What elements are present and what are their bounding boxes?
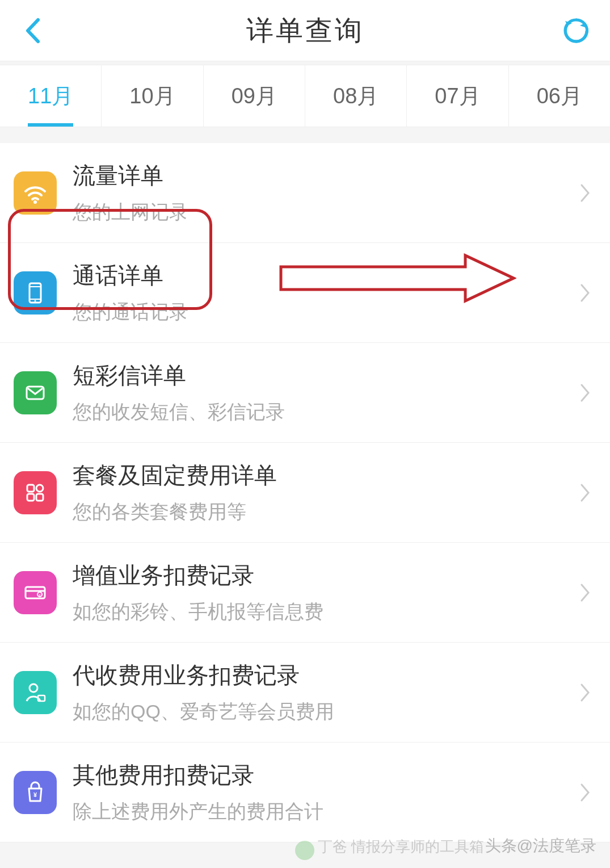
svg-point-15 xyxy=(30,684,37,692)
svg-rect-9 xyxy=(27,494,34,501)
item-content: 增值业务扣费记录 如您的彩铃、手机报等信息费 xyxy=(73,560,574,625)
refresh-button[interactable] xyxy=(560,15,592,47)
item-subtitle: 您的上网记录 xyxy=(73,199,574,225)
item-package-fees[interactable]: 套餐及固定费用详单 您的各类套餐费用等 xyxy=(0,443,610,543)
bag-icon: ¥ xyxy=(14,771,57,814)
item-subtitle: 如您的QQ、爱奇艺等会员费用 xyxy=(73,699,574,725)
back-button[interactable] xyxy=(18,16,47,45)
svg-rect-7 xyxy=(27,485,34,492)
item-title: 其他费用扣费记录 xyxy=(73,760,574,791)
svg-text:¥: ¥ xyxy=(33,791,37,798)
mail-icon xyxy=(14,371,57,414)
month-tabs: 11月 10月 09月 08月 07月 06月 xyxy=(0,65,610,127)
grid-icon xyxy=(14,471,57,514)
item-call-records[interactable]: 通话详单 您的通话记录 xyxy=(0,243,610,343)
item-subtitle: 您的收发短信、彩信记录 xyxy=(73,399,574,425)
chevron-right-icon xyxy=(574,775,596,810)
tab-month-10[interactable]: 10月 xyxy=(102,65,203,127)
chevron-right-icon xyxy=(574,576,596,610)
svg-rect-10 xyxy=(36,494,43,501)
tab-month-06[interactable]: 06月 xyxy=(509,65,610,127)
wifi-icon xyxy=(14,171,57,215)
item-content: 套餐及固定费用详单 您的各类套餐费用等 xyxy=(73,460,574,525)
chevron-right-icon xyxy=(574,176,596,210)
phone-icon xyxy=(14,271,57,315)
refresh-icon xyxy=(562,16,590,45)
item-data-usage[interactable]: 流量详单 您的上网记录 xyxy=(0,143,610,243)
user-icon xyxy=(14,671,57,714)
tab-month-07[interactable]: 07月 xyxy=(407,65,508,127)
item-content: 其他费用扣费记录 除上述费用外产生的费用合计 xyxy=(73,760,574,825)
item-content: 通话详单 您的通话记录 xyxy=(73,260,574,325)
chevron-right-icon xyxy=(574,376,596,410)
chevron-right-icon xyxy=(574,676,596,710)
wechat-watermark-icon xyxy=(295,841,314,860)
tab-month-11[interactable]: 11月 xyxy=(0,65,102,127)
watermark-text: 丁爸 情报分享师的工具箱 xyxy=(318,837,484,857)
svg-point-5 xyxy=(35,300,36,301)
item-title: 套餐及固定费用详单 xyxy=(73,460,574,491)
card-icon: ¥ xyxy=(14,571,57,614)
item-subtitle: 如您的彩铃、手机报等信息费 xyxy=(73,599,574,625)
page-title: 详单查询 xyxy=(246,12,364,49)
item-subtitle: 您的通话记录 xyxy=(73,299,574,325)
header: 详单查询 xyxy=(0,0,610,61)
item-sms-records[interactable]: 短彩信详单 您的收发短信、彩信记录 xyxy=(0,343,610,443)
watermark-text: 头条@法度笔录 xyxy=(485,835,596,857)
tab-month-08[interactable]: 08月 xyxy=(305,65,407,127)
detail-list: 流量详单 您的上网记录 通话详单 您的通话记录 xyxy=(0,143,610,842)
svg-point-1 xyxy=(33,200,37,204)
chevron-right-icon xyxy=(574,476,596,510)
item-title: 流量详单 xyxy=(73,160,574,191)
item-content: 流量详单 您的上网记录 xyxy=(73,160,574,225)
item-title: 通话详单 xyxy=(73,260,574,291)
item-content: 短彩信详单 您的收发短信、彩信记录 xyxy=(73,360,574,425)
svg-point-8 xyxy=(36,485,43,492)
item-subtitle: 除上述费用外产生的费用合计 xyxy=(73,799,574,825)
item-value-added[interactable]: ¥ 增值业务扣费记录 如您的彩铃、手机报等信息费 xyxy=(0,543,610,643)
chevron-right-icon xyxy=(574,276,596,310)
chevron-left-icon xyxy=(23,16,41,45)
item-other-fees[interactable]: ¥ 其他费用扣费记录 除上述费用外产生的费用合计 xyxy=(0,743,610,842)
item-title: 短彩信详单 xyxy=(73,360,574,391)
item-content: 代收费用业务扣费记录 如您的QQ、爱奇艺等会员费用 xyxy=(73,660,574,725)
item-subtitle: 您的各类套餐费用等 xyxy=(73,499,574,525)
tab-month-09[interactable]: 09月 xyxy=(204,65,305,127)
item-title: 代收费用业务扣费记录 xyxy=(73,660,574,691)
item-title: 增值业务扣费记录 xyxy=(73,560,574,591)
item-collection-fees[interactable]: 代收费用业务扣费记录 如您的QQ、爱奇艺等会员费用 xyxy=(0,643,610,743)
